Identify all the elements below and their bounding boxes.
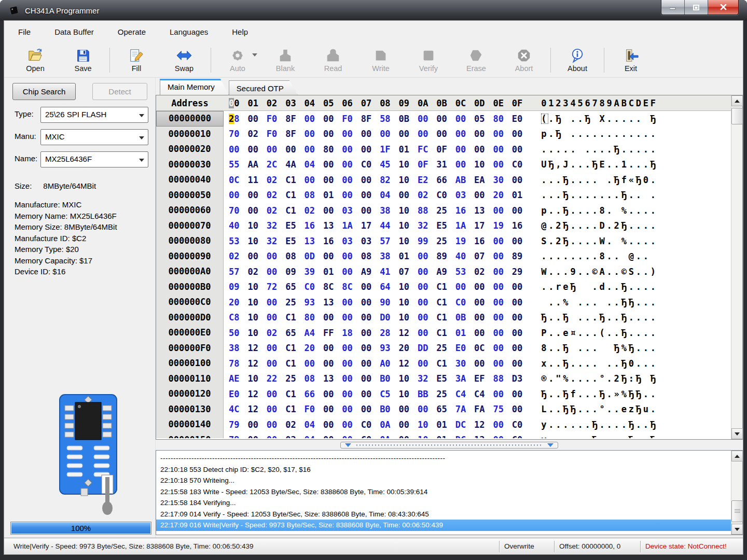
hex-byte[interactable]: 10	[418, 435, 436, 438]
hex-byte[interactable]: 10	[247, 312, 266, 323]
hex-byte[interactable]: 00	[305, 144, 323, 155]
hex-byte[interactable]: 55	[229, 159, 247, 170]
hex-byte[interactable]: 00	[493, 328, 511, 338]
hex-byte[interactable]: 00	[455, 144, 474, 155]
swap-button[interactable]: Swap	[160, 44, 208, 76]
title-bar[interactable]: CH341A Programmer	[0, 0, 747, 21]
hex-byte[interactable]: 00	[493, 144, 511, 155]
hex-byte[interactable]: 00	[493, 358, 511, 369]
log-line[interactable]: 22:10:18 570 Writeing...	[156, 475, 731, 486]
hex-byte[interactable]: 00	[247, 144, 266, 155]
hex-byte[interactable]: 75	[493, 404, 511, 414]
hex-byte[interactable]: 00	[418, 114, 436, 124]
hex-byte[interactable]: 1F	[380, 144, 398, 155]
hex-byte[interactable]: 00	[418, 129, 436, 139]
hex-byte[interactable]: 10	[399, 297, 418, 307]
hex-byte[interactable]: 89	[512, 251, 531, 261]
hex-byte[interactable]: 00	[361, 328, 380, 338]
address-cell[interactable]: 000000E0	[156, 325, 224, 341]
hex-byte[interactable]: 00	[418, 282, 436, 292]
hex-byte[interactable]: 00	[342, 251, 361, 261]
hex-byte[interactable]: C0	[305, 282, 323, 292]
hex-byte[interactable]: A4	[305, 328, 323, 338]
hex-byte[interactable]: 41	[380, 267, 398, 277]
exit-button[interactable]: Exit	[607, 44, 655, 76]
hex-byte[interactable]: 30	[493, 175, 511, 185]
address-cell[interactable]: 00000090	[156, 249, 224, 264]
hex-byte[interactable]: 12	[474, 419, 493, 430]
hex-byte[interactable]: 00	[342, 419, 361, 430]
ascii-cell[interactable]: y......Ђ....Ђ..Ђ	[541, 435, 663, 438]
hex-byte[interactable]: F0	[342, 114, 361, 124]
hex-byte[interactable]: 04	[305, 435, 323, 438]
hex-byte[interactable]: 00	[380, 129, 398, 139]
ascii-cell[interactable]: L..ЂЂ...°..ezЂu.	[541, 404, 663, 414]
hex-byte[interactable]: B0	[380, 373, 398, 384]
hex-byte[interactable]: 88	[418, 205, 436, 216]
hex-byte[interactable]: 00	[305, 175, 323, 185]
hex-byte[interactable]: 70	[229, 205, 247, 216]
hex-byte[interactable]: 57	[380, 236, 398, 246]
hex-byte[interactable]: 25	[285, 297, 304, 307]
hex-byte[interactable]: 00	[361, 373, 380, 384]
hex-byte[interactable]: 00	[361, 175, 380, 185]
hex-byte[interactable]: E5	[436, 373, 455, 384]
hex-byte[interactable]: EA	[474, 175, 493, 185]
hex-byte[interactable]: 00	[512, 312, 531, 323]
hex-byte[interactable]: 0F	[418, 159, 436, 170]
hex-byte[interactable]: 10	[399, 205, 418, 216]
log-line[interactable]: ----------------------------------------…	[156, 453, 731, 464]
menu-file[interactable]: File	[10, 24, 38, 39]
hex-byte[interactable]: 00	[323, 129, 342, 139]
hex-byte[interactable]: 00	[247, 251, 266, 261]
tab-main-memory[interactable]: Main Memory	[160, 79, 229, 95]
hex-byte[interactable]: D3	[512, 373, 531, 384]
hex-byte[interactable]: 02	[285, 435, 304, 438]
hex-byte[interactable]: 10	[399, 389, 418, 399]
hex-byte[interactable]: 00	[399, 419, 418, 430]
hex-byte[interactable]: 00	[323, 251, 342, 261]
address-cell[interactable]: 00000130	[156, 402, 224, 417]
hex-byte[interactable]: 00	[267, 297, 285, 307]
address-cell[interactable]: 00000050	[156, 188, 224, 203]
hex-byte[interactable]: 70	[229, 129, 247, 139]
hex-byte[interactable]: 65	[285, 328, 304, 338]
hex-byte[interactable]: 00	[342, 175, 361, 185]
hex-byte[interactable]: 00	[285, 144, 304, 155]
hex-byte[interactable]: 10	[247, 236, 266, 246]
hex-byte[interactable]: 10	[247, 297, 266, 307]
hex-byte[interactable]: 00	[493, 419, 511, 430]
ascii-cell[interactable]: ®."%....°.2Ђ:Ђ Ђ	[541, 373, 663, 384]
hex-byte[interactable]: FC	[418, 144, 436, 155]
hex-byte[interactable]: 00	[418, 267, 436, 277]
address-cell[interactable]: 00000020	[156, 142, 224, 157]
hex-byte[interactable]: 00	[399, 435, 418, 438]
hex-byte[interactable]: 31	[436, 159, 455, 170]
hex-byte[interactable]: 01	[455, 328, 474, 338]
hex-byte[interactable]: 00	[267, 144, 285, 155]
hex-byte[interactable]: DC	[455, 435, 474, 438]
hex-byte[interactable]: 12	[474, 435, 493, 438]
hex-byte[interactable]: C1	[285, 312, 304, 323]
address-cell[interactable]: 00000110	[156, 371, 224, 387]
hex-byte[interactable]: 10	[247, 328, 266, 338]
hex-byte[interactable]: E5	[285, 220, 304, 231]
hex-byte[interactable]: A9	[361, 267, 380, 277]
minimize-button[interactable]	[661, 0, 685, 15]
hex-byte[interactable]: 01	[436, 419, 455, 430]
hex-byte[interactable]: 1A	[455, 220, 474, 231]
hex-byte[interactable]: 0C	[474, 343, 493, 353]
hex-byte[interactable]: 00	[512, 389, 531, 399]
hex-byte[interactable]: 00	[455, 282, 474, 292]
hex-byte[interactable]: A0	[380, 358, 398, 369]
hex-byte[interactable]: 20	[305, 343, 323, 353]
hex-byte[interactable]: 32	[418, 220, 436, 231]
hex-byte[interactable]: C1	[285, 343, 304, 353]
hex-byte[interactable]: 00	[267, 435, 285, 438]
log-scroll-down-button[interactable]	[731, 524, 743, 535]
hex-byte[interactable]: 00	[474, 282, 493, 292]
hex-byte[interactable]: 02	[267, 190, 285, 200]
hex-byte[interactable]: 16	[323, 236, 342, 246]
log-scrollbar[interactable]	[731, 451, 742, 535]
hex-byte[interactable]: 66	[436, 175, 455, 185]
